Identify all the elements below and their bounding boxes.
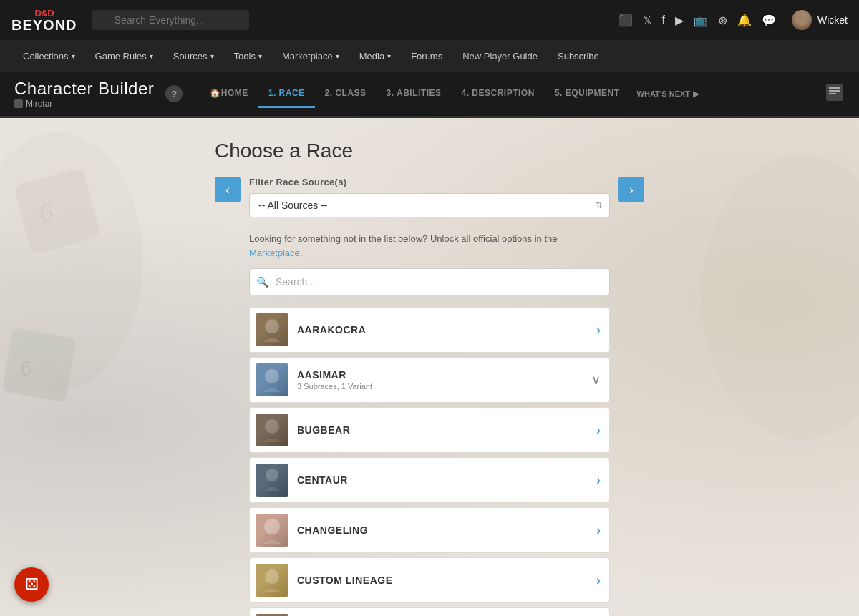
nav-item-marketplace[interactable]: Marketplace ▾: [273, 40, 348, 72]
dice-icon[interactable]: ⊛: [718, 14, 727, 27]
race-name-aarakocra: AARAKOCRA: [297, 324, 596, 336]
race-name-custom-lineage: CUSTOM LINEAGE: [297, 575, 596, 586]
race-thumb-changeling: [256, 514, 288, 547]
left-background: 6 6: [0, 118, 200, 616]
race-item-bugbear[interactable]: BUGBEAR ›: [249, 407, 610, 453]
chevron-down-icon: ▾: [258, 52, 262, 60]
next-arrow-button[interactable]: ›: [618, 177, 644, 202]
race-info-aasimar: AASIMAR 3 Subraces, 1 Variant: [297, 369, 591, 391]
help-button[interactable]: ?: [165, 85, 183, 102]
step-equipment[interactable]: 5. EQUIPMENT: [545, 79, 630, 108]
race-thumb-centaur: [256, 464, 288, 497]
builder-subtitle: Mirotar: [14, 99, 154, 109]
nav-item-tools[interactable]: Tools ▾: [225, 40, 271, 72]
step-home[interactable]: 🏠 HOME: [200, 79, 258, 108]
step-abilities[interactable]: 3. ABILITIES: [377, 79, 452, 108]
race-name-changeling: CHANGELING: [297, 524, 596, 536]
chevron-right-icon: ▶: [693, 89, 699, 99]
race-info-custom-lineage: CUSTOM LINEAGE: [297, 575, 596, 586]
race-select-arrow-centaur: ›: [596, 473, 601, 488]
svg-point-13: [266, 469, 278, 481]
step-description[interactable]: 4. DESCRIPTION: [452, 79, 545, 108]
svg-point-10: [265, 319, 279, 333]
twitter-icon[interactable]: 𝕏: [643, 14, 652, 27]
race-item-aasimar[interactable]: AASIMAR 3 Subraces, 1 Variant ∨: [249, 357, 610, 403]
chevron-down-icon: ▾: [336, 52, 339, 60]
builder-header: Character Builder Mirotar ? 🏠 HOME 1. RA…: [0, 72, 859, 118]
avatar: [792, 10, 812, 30]
step-race[interactable]: 1. RACE: [258, 79, 315, 108]
chat-icon[interactable]: ⬛: [618, 14, 633, 27]
race-name-bugbear: BUGBEAR: [297, 424, 596, 436]
logo[interactable]: D&D BEYOND: [11, 9, 77, 32]
prev-arrow-button[interactable]: ‹: [215, 177, 241, 202]
svg-rect-7: [2, 328, 77, 402]
nav-item-new-player-guide[interactable]: New Player Guide: [454, 40, 546, 72]
race-search-wrapper: 🔍: [249, 268, 610, 295]
race-select-arrow-custom-lineage: ›: [596, 573, 601, 588]
svg-point-11: [265, 369, 279, 383]
race-info-changeling: CHANGELING: [297, 524, 596, 536]
race-item-centaur[interactable]: CENTAUR ›: [249, 457, 610, 503]
race-info-centaur: CENTAUR: [297, 474, 596, 486]
main-panel: Choose a Race ‹ Filter Race Source(s) --…: [215, 118, 644, 616]
facebook-icon[interactable]: f: [662, 14, 665, 26]
svg-point-14: [264, 519, 280, 534]
dice-roller-button[interactable]: ⚄: [14, 567, 49, 602]
nav-item-collections[interactable]: Collections ▾: [14, 40, 84, 72]
race-thumb-aarakocra: [256, 313, 288, 346]
logo-dnd: D&D: [34, 9, 54, 18]
filter-label: Filter Race Source(s): [249, 177, 610, 187]
svg-rect-1: [829, 87, 840, 89]
builder-title: Character Builder: [14, 79, 154, 99]
character-icon: [14, 99, 23, 108]
svg-point-12: [265, 419, 279, 434]
chevron-down-icon: ▾: [210, 52, 214, 60]
race-item-aarakocra[interactable]: AARAKOCRA ›: [249, 307, 610, 353]
bell-icon[interactable]: 🔔: [737, 14, 752, 27]
nav-item-media[interactable]: Media ▾: [351, 40, 399, 72]
user-area[interactable]: Wicket: [792, 10, 848, 30]
race-item-custom-lineage[interactable]: CUSTOM LINEAGE ›: [249, 557, 610, 603]
youtube-icon[interactable]: ▶: [675, 14, 684, 27]
nav-item-subscribe[interactable]: Subscribe: [549, 40, 608, 72]
global-search-input[interactable]: [92, 10, 249, 30]
page-title: Choose a Race: [215, 140, 644, 162]
whats-next-button[interactable]: WHAT'S NEXT ▶: [630, 79, 707, 108]
source-filter-wrapper: -- All Sources -- ⇅: [249, 193, 610, 217]
unlock-text: Looking for something not in the list be…: [249, 232, 610, 260]
step-class[interactable]: 2. CLASS: [315, 79, 377, 108]
svg-point-15: [265, 569, 279, 584]
nav-item-forums[interactable]: Forums: [402, 40, 451, 72]
dice-roller-icon: ⚄: [25, 575, 39, 594]
race-info-aarakocra: AARAKOCRA: [297, 324, 596, 336]
svg-point-9: [702, 154, 859, 440]
svg-rect-2: [829, 90, 840, 92]
race-item-changeling[interactable]: CHANGELING ›: [249, 507, 610, 553]
notes-button[interactable]: [825, 82, 845, 106]
username: Wicket: [817, 14, 848, 26]
panel-inner-content: Filter Race Source(s) -- All Sources -- …: [241, 177, 618, 616]
race-thumb-custom-lineage: [256, 564, 288, 597]
race-thumb-bugbear: [256, 414, 288, 446]
svg-point-4: [0, 132, 143, 390]
search-wrapper: 🔍: [92, 10, 249, 30]
twitch-icon[interactable]: 📺: [694, 14, 708, 27]
race-select-arrow-changeling: ›: [596, 523, 601, 538]
message-icon[interactable]: 💬: [762, 14, 776, 27]
chevron-down-icon: ▾: [72, 52, 75, 60]
race-sub-aasimar: 3 Subraces, 1 Variant: [297, 382, 591, 391]
source-filter-select[interactable]: -- All Sources --: [249, 193, 610, 217]
nav-item-sources[interactable]: Sources ▾: [165, 40, 223, 72]
race-item-dragonborn[interactable]: DRAGONBORN ›: [249, 607, 610, 616]
race-name-aasimar: AASIMAR: [297, 369, 591, 381]
race-select-arrow-aarakocra: ›: [596, 323, 601, 338]
race-expand-arrow-aasimar: ∨: [591, 372, 601, 388]
race-search-input[interactable]: [249, 268, 610, 295]
chevron-down-icon: ▾: [150, 52, 153, 60]
nav-item-game-rules[interactable]: Game Rules ▾: [87, 40, 162, 72]
race-select-arrow-bugbear: ›: [596, 423, 601, 438]
marketplace-link[interactable]: Marketplace: [249, 248, 300, 258]
top-navigation: D&D BEYOND 🔍 ⬛ 𝕏 f ▶ 📺 ⊛ 🔔 💬 Wicket: [0, 0, 859, 40]
race-list: AARAKOCRA › AASIMAR: [249, 307, 610, 616]
